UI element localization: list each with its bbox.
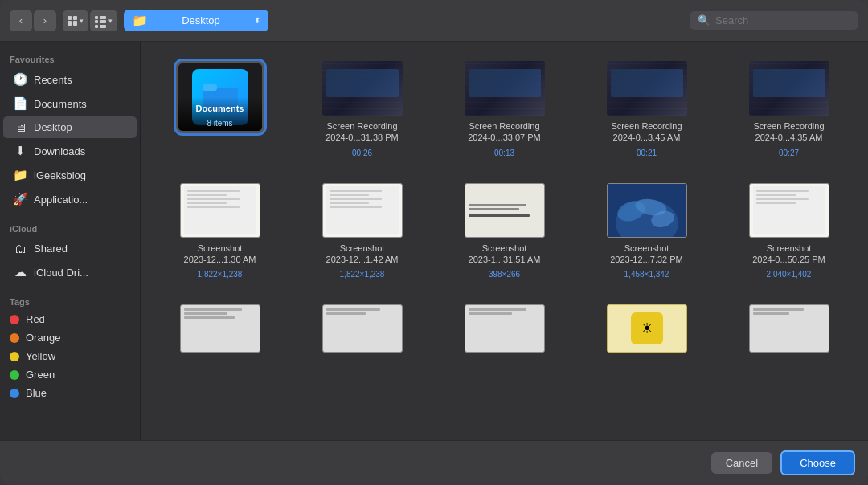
file-meta: 00:21 xyxy=(637,149,657,157)
screen-recording-thumbnail xyxy=(322,61,403,116)
list-item[interactable]: Screenshot2023-12...7.32 PM 1,458×1,342 xyxy=(580,177,713,286)
file-meta: 00:13 xyxy=(494,149,514,157)
file-name: Screenshot2023-12...7.32 PM xyxy=(610,243,683,266)
sidebar-item-applications-label: Applicatio... xyxy=(34,194,88,206)
location-popup[interactable]: 📁 Desktop ⬍ xyxy=(124,10,268,31)
file-meta: 1,822×1,238 xyxy=(198,270,243,279)
partial-thumbnail xyxy=(180,304,260,353)
sidebar-item-desktop-label: Desktop xyxy=(34,121,72,133)
search-input[interactable] xyxy=(715,14,850,26)
screenshot-thumbnail xyxy=(180,183,260,238)
location-chevron-icon: ⬍ xyxy=(254,16,260,25)
tag-blue[interactable]: Blue xyxy=(0,384,140,402)
tag-green-dot xyxy=(10,370,19,380)
cancel-button[interactable]: Cancel xyxy=(711,452,772,474)
grid-chevron: ▾ xyxy=(80,17,84,25)
partial-thumbnail xyxy=(465,304,545,353)
choose-button[interactable]: Choose xyxy=(780,450,855,475)
list-item[interactable]: Documents 8 items xyxy=(154,55,286,164)
favourites-section-title: Favourites xyxy=(0,51,140,67)
list-item[interactable]: Screenshot2023-12...1.30 AM 1,822×1,238 xyxy=(154,177,286,286)
file-meta: 00:27 xyxy=(779,149,799,157)
list-item[interactable] xyxy=(296,298,428,359)
sidebar-item-downloads-label: Downloads xyxy=(34,145,85,157)
location-folder-icon: 📁 xyxy=(132,13,148,28)
bottom-bar: Cancel Choose xyxy=(0,440,868,485)
sidebar-item-downloads[interactable]: ⬇ Downloads xyxy=(3,140,137,162)
list-item[interactable] xyxy=(438,298,571,359)
file-name: Screen Recording2024-0...33.07 PM xyxy=(468,120,541,144)
screen-recording-thumbnail xyxy=(465,61,545,116)
list-item[interactable]: Screenshot2023-1...31.51 AM 398×266 xyxy=(438,177,571,286)
igeeksblog-icon: 📁 xyxy=(13,168,27,182)
sidebar-item-documents[interactable]: 📄 Documents xyxy=(3,92,137,115)
file-name: Screen Recording2024-0...31.38 PM xyxy=(326,120,399,144)
list-item[interactable] xyxy=(723,298,855,359)
file-name: Screen Recording2024-0...3.45 AM xyxy=(611,120,682,144)
list-item[interactable]: Screen Recording2024-0...33.07 PM 00:13 xyxy=(438,55,571,164)
tag-yellow-dot xyxy=(10,352,19,361)
tags-section-title: Tags xyxy=(0,294,140,310)
grid-icon xyxy=(68,16,77,26)
file-name: Screenshot2023-12...1.42 AM xyxy=(326,243,399,266)
search-box: 🔍 xyxy=(690,11,858,30)
list-item[interactable]: Screenshot2024-0...50.25 PM 2,040×1,402 xyxy=(723,177,855,286)
tag-red-label: Red xyxy=(26,313,45,325)
list-item[interactable] xyxy=(154,298,286,359)
sidebar-item-icloud-drive[interactable]: ☁ iCloud Dri... xyxy=(3,261,137,283)
grid-view-button[interactable]: ▾ xyxy=(63,10,88,31)
icloud-drive-icon: ☁ xyxy=(13,265,27,279)
tag-red[interactable]: Red xyxy=(0,310,140,328)
folder-thumbnail: Documents 8 items xyxy=(176,61,264,133)
sidebar-item-icloud-label: iCloud Dri... xyxy=(34,267,88,279)
list-item[interactable]: Screen Recording2024-0...31.38 PM 00:26 xyxy=(296,55,428,164)
screenshot-thumbnail xyxy=(607,183,687,238)
partial-thumbnail xyxy=(749,304,829,353)
file-meta: 1,822×1,238 xyxy=(340,270,385,279)
sidebar-item-shared-label: Shared xyxy=(34,243,68,255)
tag-green[interactable]: Green xyxy=(0,365,140,384)
column-view-button[interactable]: ▾ xyxy=(90,10,117,31)
downloads-icon: ⬇ xyxy=(13,144,27,158)
file-meta: 398×266 xyxy=(489,270,520,279)
tag-blue-label: Blue xyxy=(26,387,47,399)
toolbar: ‹ › ▾ ▾ 📁 Desktop xyxy=(0,0,868,42)
file-meta: 1,458×1,342 xyxy=(624,270,669,279)
tag-orange-dot xyxy=(10,333,19,343)
view-buttons: ▾ ▾ xyxy=(63,10,117,31)
tag-orange-label: Orange xyxy=(26,332,60,344)
back-button[interactable]: ‹ xyxy=(10,10,32,31)
screen-recording-thumbnail xyxy=(749,61,829,116)
sidebar-item-igeeksblog-label: iGeeksblog xyxy=(34,169,86,181)
sidebar-item-desktop[interactable]: 🖥 Desktop xyxy=(3,116,137,138)
file-grid: Documents 8 items Screen Recording2024-0… xyxy=(154,55,855,359)
screenshot-inner xyxy=(753,186,825,234)
main-area: Favourites 🕐 Recents 📄 Documents 🖥 Deskt… xyxy=(0,42,868,440)
screenshot-thumbnail xyxy=(322,183,403,238)
tag-orange[interactable]: Orange xyxy=(0,328,140,347)
nav-buttons: ‹ › xyxy=(10,10,56,31)
file-name: Screenshot2023-1...31.51 AM xyxy=(469,243,541,266)
tag-green-label: Green xyxy=(26,369,55,381)
list-item[interactable]: Screen Recording2024-0...3.45 AM 00:21 xyxy=(580,55,713,164)
desktop-icon: 🖥 xyxy=(13,120,27,134)
applications-icon: 🚀 xyxy=(13,192,27,206)
sidebar-item-documents-label: Documents xyxy=(34,98,87,110)
file-meta: 00:26 xyxy=(352,149,372,157)
sidebar-item-applications[interactable]: 🚀 Applicatio... xyxy=(3,188,137,210)
folder-subtitle: 8 items xyxy=(207,119,232,128)
forward-button[interactable]: › xyxy=(34,10,56,31)
sidebar-item-shared[interactable]: 🗂 Shared xyxy=(3,238,137,259)
sidebar-item-igeeksblog[interactable]: 📁 iGeeksblog xyxy=(3,164,137,186)
partial-thumbnail xyxy=(322,304,403,353)
list-chevron: ▾ xyxy=(108,17,113,25)
list-item[interactable]: Screen Recording2024-0...4.35 AM 00:27 xyxy=(723,55,855,164)
sidebar: Favourites 🕐 Recents 📄 Documents 🖥 Deskt… xyxy=(0,42,141,440)
list-item[interactable]: ☀ xyxy=(580,298,713,359)
file-name: Screenshot2024-0...50.25 PM xyxy=(752,243,825,266)
tag-yellow[interactable]: Yellow xyxy=(0,347,140,365)
file-meta: 2,040×1,402 xyxy=(767,270,812,279)
sidebar-item-recents[interactable]: 🕐 Recents xyxy=(3,68,137,91)
screenshot-thumbnail xyxy=(749,183,829,238)
list-item[interactable]: Screenshot2023-12...1.42 AM 1,822×1,238 xyxy=(296,177,428,286)
